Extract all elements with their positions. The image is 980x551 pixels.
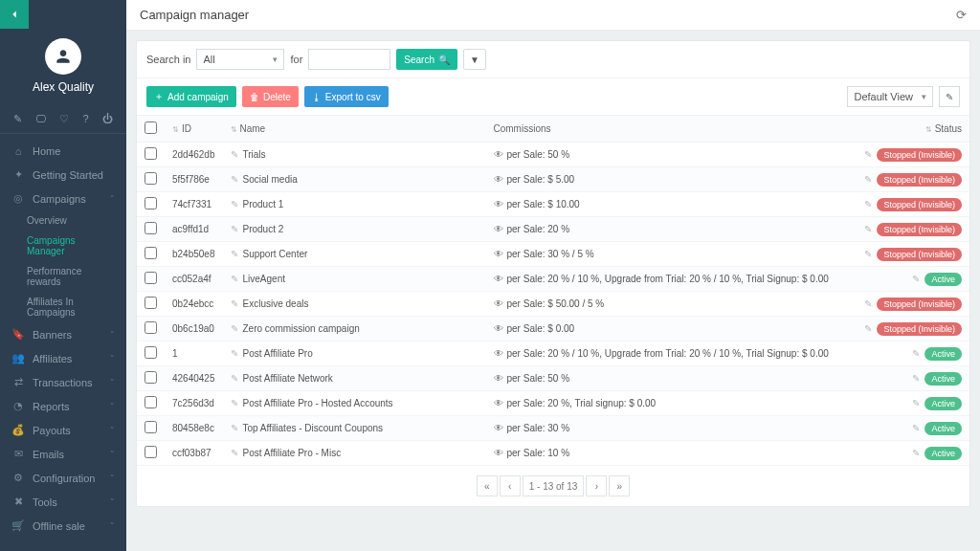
- avatar[interactable]: [45, 38, 81, 75]
- table-row[interactable]: 0b24ebcc✎Exclusive deals👁per Sale: $ 50.…: [137, 292, 969, 317]
- row-checkbox[interactable]: [145, 147, 157, 160]
- nav-payouts[interactable]: 💰Payouts˅: [0, 418, 126, 442]
- row-checkbox[interactable]: [145, 321, 157, 334]
- chevron-down-icon: ˅: [110, 402, 115, 411]
- table-row[interactable]: 5f5f786e✎Social media👁per Sale: $ 5.00✎S…: [137, 167, 969, 192]
- table-row[interactable]: 80458e8c✎Top Affiliates - Discount Coupo…: [137, 416, 969, 441]
- edit-view-button[interactable]: ✎: [939, 86, 960, 107]
- edit-icon[interactable]: ✎: [864, 224, 872, 234]
- nav-affiliates[interactable]: 👥Affiliates˅: [0, 346, 126, 370]
- edit-icon[interactable]: ✎: [864, 323, 872, 334]
- eye-icon: 👁: [494, 448, 503, 458]
- edit-icon[interactable]: ✎: [231, 274, 238, 284]
- help-icon[interactable]: ?: [82, 113, 88, 125]
- subnav-overview[interactable]: Overview: [27, 210, 126, 231]
- col-id[interactable]: ⇅ID: [165, 116, 223, 143]
- nav-getting-started[interactable]: ✦Getting Started: [0, 163, 126, 187]
- search-in-select[interactable]: All: [196, 49, 284, 70]
- heart-icon[interactable]: ♡: [59, 113, 69, 125]
- edit-icon[interactable]: ✎: [231, 199, 238, 209]
- eye-icon: 👁: [494, 149, 503, 160]
- nav-campaigns[interactable]: ◎Campaigns˄: [0, 187, 126, 210]
- nav-banners[interactable]: 🔖Banners˅: [0, 322, 126, 346]
- table-row[interactable]: b24b50e8✎Support Center👁per Sale: 30 % /…: [137, 242, 969, 267]
- edit-icon[interactable]: ✎: [912, 274, 920, 284]
- row-checkbox[interactable]: [145, 396, 157, 408]
- row-checkbox[interactable]: [145, 272, 157, 284]
- nav-home[interactable]: ⌂Home: [0, 140, 126, 163]
- edit-icon[interactable]: ✎: [231, 348, 238, 359]
- table-row[interactable]: cc052a4f✎LiveAgent👁per Sale: 20 % / 10 %…: [137, 267, 969, 292]
- edit-icon[interactable]: ✎: [231, 373, 238, 384]
- nav-emails[interactable]: ✉Emails˅: [0, 442, 126, 466]
- delete-button[interactable]: 🗑 Delete: [242, 86, 299, 107]
- edit-icon[interactable]: ✎: [231, 323, 238, 334]
- row-checkbox[interactable]: [145, 346, 157, 359]
- edit-icon[interactable]: ✎: [864, 298, 872, 309]
- row-checkbox[interactable]: [145, 421, 157, 433]
- power-icon[interactable]: ⏻: [102, 113, 113, 125]
- edit-icon[interactable]: ✎: [864, 249, 872, 259]
- edit-icon[interactable]: ✎: [912, 448, 920, 458]
- edit-icon[interactable]: ✎: [231, 249, 238, 259]
- edit-icon[interactable]: ✎: [231, 448, 238, 458]
- row-checkbox[interactable]: [145, 371, 157, 384]
- page-last[interactable]: »: [609, 475, 630, 496]
- edit-icon[interactable]: ✎: [912, 423, 920, 433]
- row-checkbox[interactable]: [145, 247, 157, 259]
- back-button[interactable]: [0, 0, 29, 29]
- edit-icon[interactable]: ✎: [231, 149, 238, 160]
- table-row[interactable]: 0b6c19a0✎Zero commission campaign👁per Sa…: [137, 317, 969, 342]
- edit-icon[interactable]: ✎: [864, 149, 872, 160]
- search-input[interactable]: [308, 49, 390, 70]
- refresh-icon[interactable]: ⟳: [956, 8, 967, 22]
- edit-icon[interactable]: ✎: [912, 348, 920, 359]
- table-row[interactable]: 7c256d3d✎Post Affiliate Pro - Hosted Acc…: [137, 391, 969, 416]
- filter-button[interactable]: ▼: [463, 49, 486, 70]
- subnav-performance-rewards[interactable]: Performance rewards: [27, 261, 126, 292]
- nav-transactions[interactable]: ⇄Transactions˅: [0, 370, 126, 394]
- view-select[interactable]: Default View: [847, 86, 933, 107]
- edit-icon[interactable]: ✎: [864, 174, 872, 185]
- add-campaign-button[interactable]: ＋ Add campaign: [146, 86, 236, 107]
- row-checkbox[interactable]: [145, 446, 157, 458]
- nav-configuration[interactable]: ⚙Configuration˅: [0, 466, 126, 490]
- row-checkbox[interactable]: [145, 222, 157, 234]
- select-all-checkbox[interactable]: [145, 121, 157, 134]
- edit-icon[interactable]: ✎: [231, 298, 238, 309]
- edit-icon[interactable]: ✎: [13, 113, 22, 125]
- col-name[interactable]: ⇅Name: [223, 116, 486, 143]
- table-row[interactable]: ccf03b87✎Post Affiliate Pro - Misc👁per S…: [137, 441, 969, 466]
- table-row[interactable]: 42640425✎Post Affiliate Network👁per Sale…: [137, 366, 969, 391]
- nav-offline-sale[interactable]: 🛒Offline sale˅: [0, 514, 126, 538]
- col-commissions: Commissions: [486, 116, 851, 143]
- page-prev[interactable]: ‹: [500, 475, 521, 496]
- subnav-campaigns-manager[interactable]: Campaigns Manager: [27, 231, 126, 261]
- chevron-up-icon: ˄: [110, 194, 115, 204]
- page-title: Campaign manager: [140, 8, 956, 22]
- edit-icon[interactable]: ✎: [231, 398, 238, 408]
- export-csv-button[interactable]: ⭳ Export to csv: [304, 86, 389, 107]
- page-first[interactable]: «: [477, 475, 498, 496]
- nav-tools[interactable]: ✖Tools˅: [0, 490, 126, 514]
- edit-icon[interactable]: ✎: [231, 423, 238, 433]
- edit-icon[interactable]: ✎: [231, 174, 238, 185]
- col-status[interactable]: ⇅Status: [850, 116, 969, 143]
- edit-icon[interactable]: ✎: [912, 398, 920, 408]
- edit-icon[interactable]: ✎: [864, 199, 872, 209]
- page-next[interactable]: ›: [586, 475, 607, 496]
- nav-reports[interactable]: ◔Reports˅: [0, 394, 126, 418]
- subnav-affiliates-in-campaigns[interactable]: Affiliates In Campaigns: [27, 292, 126, 322]
- search-button[interactable]: Search 🔍: [396, 49, 457, 70]
- edit-icon[interactable]: ✎: [912, 373, 920, 384]
- row-checkbox[interactable]: [145, 297, 157, 309]
- row-checkbox[interactable]: [145, 197, 157, 209]
- table-row[interactable]: ac9ffd1d✎Product 2👁per Sale: 20 %✎Stoppe…: [137, 217, 969, 242]
- eye-icon: 👁: [494, 398, 503, 408]
- table-row[interactable]: 2dd462db✎Trials👁per Sale: 50 %✎Stopped (…: [137, 143, 969, 167]
- table-row[interactable]: 74cf7331✎Product 1👁per Sale: $ 10.00✎Sto…: [137, 192, 969, 217]
- edit-icon[interactable]: ✎: [231, 224, 238, 234]
- row-checkbox[interactable]: [145, 172, 157, 185]
- monitor-icon[interactable]: 🖵: [35, 113, 46, 125]
- table-row[interactable]: 1✎Post Affiliate Pro👁per Sale: 20 % / 10…: [137, 342, 969, 366]
